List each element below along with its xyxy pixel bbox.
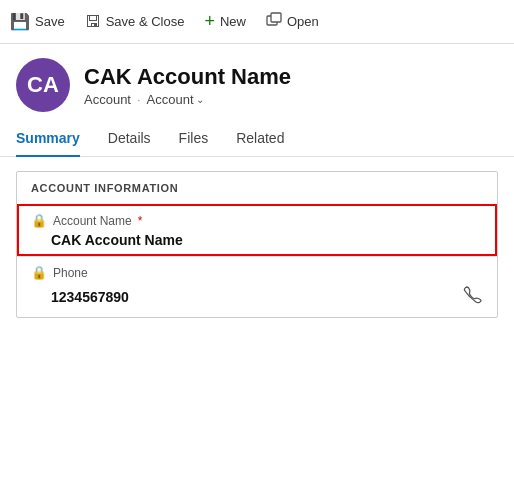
open-label: Open bbox=[287, 14, 319, 29]
phone-field[interactable]: 🔒 Phone 1234567890 bbox=[17, 256, 497, 317]
save-close-label: Save & Close bbox=[106, 14, 185, 29]
new-button[interactable]: + New bbox=[204, 11, 246, 32]
lock-icon: 🔒 bbox=[31, 265, 47, 280]
new-icon: + bbox=[204, 11, 215, 32]
chevron-down-icon: ⌄ bbox=[196, 94, 204, 105]
save-label: Save bbox=[35, 14, 65, 29]
tab-files[interactable]: Files bbox=[179, 122, 209, 156]
account-name-value: CAK Account Name bbox=[31, 232, 483, 248]
save-icon: 💾 bbox=[10, 12, 30, 31]
phone-call-icon[interactable] bbox=[463, 284, 483, 309]
tab-bar: Summary Details Files Related bbox=[0, 122, 514, 157]
phone-value: 1234567890 bbox=[31, 289, 463, 305]
main-content: ACCOUNT INFORMATION 🔒 Account Name * CAK… bbox=[0, 157, 514, 332]
breadcrumb-separator: · bbox=[137, 92, 141, 107]
phone-label: Phone bbox=[53, 266, 88, 280]
tab-summary[interactable]: Summary bbox=[16, 122, 80, 156]
toolbar: 💾 Save 🖫 Save & Close + New Open bbox=[0, 0, 514, 44]
save-button[interactable]: 💾 Save bbox=[10, 12, 65, 31]
tab-related[interactable]: Related bbox=[236, 122, 284, 156]
lock-icon: 🔒 bbox=[31, 213, 47, 228]
breadcrumb-type-dropdown[interactable]: Account ⌄ bbox=[147, 92, 204, 107]
required-indicator: * bbox=[138, 214, 143, 228]
avatar: CA bbox=[16, 58, 70, 112]
header-info: CAK Account Name Account · Account ⌄ bbox=[84, 64, 291, 107]
breadcrumb-type-label: Account bbox=[147, 92, 194, 107]
record-header: CA CAK Account Name Account · Account ⌄ bbox=[0, 44, 514, 122]
save-close-button[interactable]: 🖫 Save & Close bbox=[85, 13, 185, 31]
svg-rect-1 bbox=[271, 13, 281, 22]
record-title: CAK Account Name bbox=[84, 64, 291, 90]
new-label: New bbox=[220, 14, 246, 29]
open-icon bbox=[266, 12, 282, 32]
section-title: ACCOUNT INFORMATION bbox=[17, 172, 497, 204]
account-name-label: Account Name bbox=[53, 214, 132, 228]
open-button[interactable]: Open bbox=[266, 12, 319, 32]
breadcrumb: Account · Account ⌄ bbox=[84, 92, 291, 107]
save-close-icon: 🖫 bbox=[85, 13, 101, 31]
tab-details[interactable]: Details bbox=[108, 122, 151, 156]
breadcrumb-entity[interactable]: Account bbox=[84, 92, 131, 107]
account-name-field[interactable]: 🔒 Account Name * CAK Account Name bbox=[17, 204, 497, 256]
account-info-section: ACCOUNT INFORMATION 🔒 Account Name * CAK… bbox=[16, 171, 498, 318]
